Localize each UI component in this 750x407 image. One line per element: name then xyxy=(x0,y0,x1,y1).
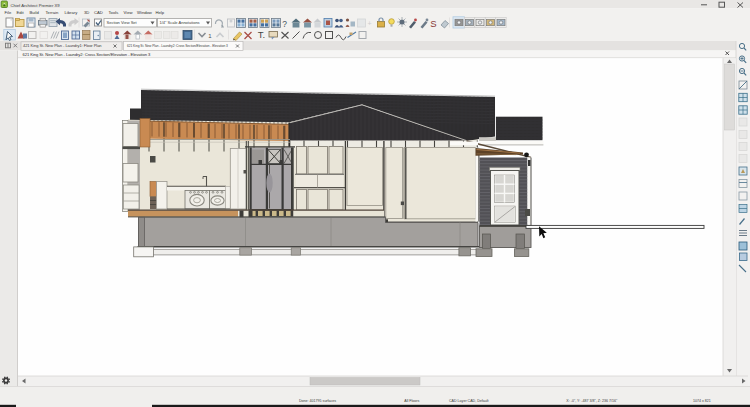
svg-text:Edit: Edit xyxy=(17,10,25,15)
svg-text:CAD: CAD xyxy=(94,10,103,15)
svg-text:Window: Window xyxy=(137,10,153,15)
svg-text:621 King St. New Plan - Laundr: 621 King St. New Plan - Laundry2: Cross … xyxy=(23,52,152,57)
svg-text:Done: 401795 surfaces: Done: 401795 surfaces xyxy=(299,399,336,403)
svg-text:Build: Build xyxy=(30,10,40,15)
svg-text:Library: Library xyxy=(65,10,79,15)
svg-text:T.: T. xyxy=(258,29,265,40)
svg-text:Help: Help xyxy=(156,10,165,15)
svg-text:1/4" Scale Annotations: 1/4" Scale Annotations xyxy=(160,20,200,25)
svg-text:X: -0", Y: -487 3/8", Z: 236 7: X: -0", Y: -487 3/8", Z: 236 7/16" xyxy=(566,399,618,403)
svg-text:View: View xyxy=(124,10,134,15)
svg-text:Section View Set: Section View Set xyxy=(107,20,138,25)
svg-text:Chief Architect Premier X9: Chief Architect Premier X9 xyxy=(11,3,61,8)
svg-text:?: ? xyxy=(282,19,287,29)
svg-text:3D: 3D xyxy=(84,10,89,15)
svg-text:+: + xyxy=(367,20,371,27)
svg-text:S: S xyxy=(430,18,436,29)
svg-text:Tools: Tools xyxy=(109,10,119,15)
svg-text:CAD Layer CAD, Default: CAD Layer CAD, Default xyxy=(449,399,489,403)
svg-text:File: File xyxy=(5,10,12,15)
svg-text:Terrain: Terrain xyxy=(46,10,59,15)
svg-text:All Floors: All Floors xyxy=(404,399,419,403)
svg-text:421 King St. New Plan - Laundr: 421 King St. New Plan - Laundry1: Floor … xyxy=(23,43,102,48)
svg-text:621 King St. New Plan - Laundr: 621 King St. New Plan - Laundry2: Cross … xyxy=(127,44,228,48)
svg-text:1074 x 821: 1074 x 821 xyxy=(693,399,711,403)
